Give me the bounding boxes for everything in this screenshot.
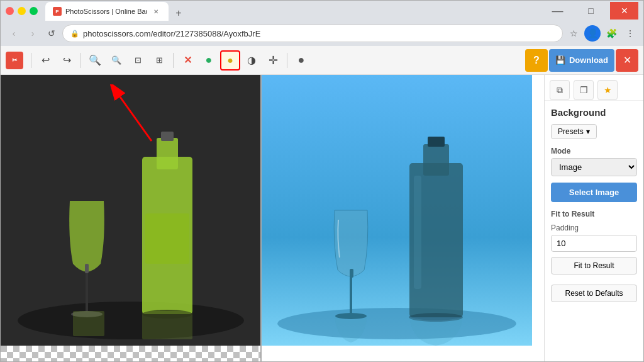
mode-select[interactable]: Image Color Transparent — [551, 158, 637, 176]
active-tab[interactable]: P PhotoScissors | Online Backgro... ✕ — [45, 2, 169, 21]
window-close-button[interactable]: ✕ — [610, 2, 638, 20]
app-toolbar: ✂ ↩ ↪ 🔍 🔍 ⊡ ⊞ ✕ ● ● ◑ ✛ ● ? 💾 Download ✕ — [1, 46, 643, 75]
download-label: Download — [569, 55, 608, 65]
menu-button[interactable]: ⋮ — [622, 25, 638, 42]
help-button[interactable]: ? — [525, 49, 548, 72]
close-app-button[interactable]: ✕ — [616, 49, 638, 72]
original-image-panel[interactable] — [1, 75, 262, 361]
download-icon: 💾 — [555, 55, 565, 65]
svg-rect-21 — [428, 137, 445, 147]
toolbar-separator-2 — [80, 53, 81, 68]
new-tab-button[interactable]: + — [171, 6, 186, 21]
copy-tab-2[interactable]: ❐ — [574, 80, 594, 100]
reset-defaults-button[interactable]: Reset to Defaults — [551, 285, 637, 302]
select-image-button[interactable]: Select Image — [551, 183, 637, 202]
tab-favicon: P — [53, 7, 62, 16]
svg-rect-2 — [86, 270, 88, 314]
redo-button[interactable]: ↪ — [57, 50, 77, 71]
ssl-lock-icon: 🔒 — [70, 30, 79, 38]
svg-rect-8 — [145, 213, 189, 264]
select-green-button[interactable]: ● — [199, 50, 219, 71]
padding-input[interactable] — [551, 235, 637, 252]
presets-button[interactable]: Presets ▾ — [551, 124, 597, 139]
star-tab[interactable]: ★ — [597, 80, 618, 100]
svg-point-17 — [335, 313, 367, 319]
sidebar-content: Background Presets ▾ Mode Image Color Tr… — [545, 101, 643, 361]
svg-rect-20 — [423, 144, 449, 176]
svg-rect-7 — [161, 132, 174, 141]
toolbar-separator-4 — [287, 53, 287, 68]
zoom-reset-button[interactable]: ⊞ — [149, 50, 169, 71]
padding-label: Padding — [551, 223, 637, 232]
toolbar-separator-1 — [31, 53, 31, 68]
toolbar-separator-3 — [173, 53, 174, 68]
svg-rect-4 — [85, 264, 89, 273]
erase-button[interactable]: ✕ — [177, 50, 197, 71]
title-bar: P PhotoScissors | Online Backgro... ✕ + … — [1, 1, 643, 21]
sidebar: ⧉ ❐ ★ Background Presets ▾ Mode Image — [544, 75, 643, 361]
undo-button[interactable]: ↩ — [35, 50, 55, 71]
paint-tool-button[interactable]: ◑ — [242, 50, 262, 71]
back-button[interactable]: ‹ — [6, 25, 22, 42]
main-area: ⧉ ❐ ★ Background Presets ▾ Mode Image — [1, 75, 643, 361]
fit-result-button[interactable]: Fit to Result — [551, 257, 637, 274]
sidebar-tab-bar: ⧉ ❐ ★ — [545, 75, 643, 101]
circle-tool-button[interactable]: ● — [291, 50, 311, 71]
browser-window: P PhotoScissors | Online Backgro... ✕ + … — [0, 0, 644, 362]
svg-rect-10 — [73, 311, 104, 336]
bookmark-button[interactable]: ☆ — [565, 25, 582, 42]
url-bar[interactable]: 🔒 photoscissors.com/editor/2127385088/Ay… — [62, 25, 563, 42]
move-tool-button[interactable]: ✛ — [263, 50, 283, 71]
url-text: photoscissors.com/editor/2127385088/Ayox… — [83, 29, 260, 38]
download-button[interactable]: 💾 Download — [549, 49, 614, 72]
presets-arrow-icon: ▾ — [586, 127, 590, 136]
app-logo: ✂ — [6, 52, 23, 69]
tab-title: PhotoScissors | Online Backgro... — [65, 8, 147, 15]
svg-rect-22 — [414, 176, 421, 289]
window-maximize-btn[interactable] — [30, 7, 38, 15]
extensions-button[interactable]: 🧩 — [603, 25, 619, 42]
zoom-in-button[interactable]: 🔍 — [85, 50, 105, 71]
svg-point-15 — [277, 308, 516, 339]
window-maximize-button[interactable]: □ — [577, 2, 605, 20]
window-close-btn[interactable] — [6, 7, 14, 15]
address-bar: ‹ › ↺ 🔒 photoscissors.com/editor/2127385… — [1, 21, 643, 46]
zoom-fit-button[interactable]: ⊡ — [128, 50, 148, 71]
svg-rect-11 — [142, 311, 192, 339]
forward-button[interactable]: › — [25, 25, 41, 42]
profile-button[interactable]: 👤 — [584, 25, 601, 42]
fit-section-label: Fit to Result — [551, 210, 637, 218]
mode-label: Mode — [551, 147, 637, 156]
zoom-out-button[interactable]: 🔍 — [106, 50, 126, 71]
tab-close-icon[interactable]: ✕ — [151, 6, 161, 16]
svg-point-1 — [18, 302, 244, 339]
svg-rect-14 — [262, 75, 532, 346]
svg-rect-16 — [350, 276, 352, 317]
sidebar-title: Background — [551, 107, 637, 118]
svg-rect-18 — [350, 269, 353, 278]
svg-rect-6 — [157, 138, 178, 169]
refresh-button[interactable]: ↺ — [43, 25, 60, 42]
presets-label: Presets — [558, 127, 584, 136]
brush-tool-button[interactable]: ● — [220, 50, 240, 71]
copy-tab-1[interactable]: ⧉ — [550, 80, 570, 100]
window-minimize-btn[interactable] — [18, 7, 26, 15]
window-minimize-button[interactable]: — — [543, 2, 572, 20]
result-image-panel[interactable] — [262, 75, 544, 361]
